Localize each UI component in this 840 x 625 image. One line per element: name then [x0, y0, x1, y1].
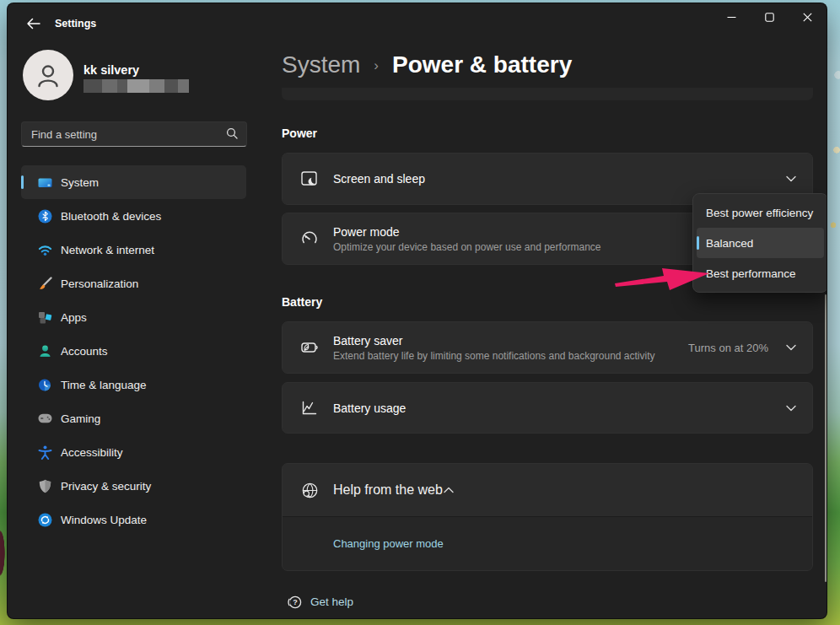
sidebar-item-label: Accounts: [61, 345, 108, 358]
search-box: [21, 121, 247, 147]
sidebar-item-label: Windows Update: [61, 514, 147, 526]
time-language-icon: [38, 378, 52, 392]
breadcrumb: System › Power & battery: [282, 51, 572, 78]
settings-window: Settings: [7, 3, 827, 619]
sidebar-nav: System Bluetooth & devices: [21, 165, 246, 536]
main-content: System › Power & battery Power Screen an…: [282, 42, 813, 618]
sidebar-item-apps[interactable]: Apps: [21, 300, 246, 334]
sidebar-item-personalization[interactable]: Personalization: [21, 267, 246, 300]
card-title: Screen and sleep: [333, 172, 785, 186]
card-title: Help from the web: [333, 482, 443, 498]
search-input[interactable]: [22, 128, 223, 141]
search-icon[interactable]: [223, 127, 246, 142]
window-controls: [713, 3, 827, 31]
card-subtitle: Extend battery life by limiting some not…: [333, 350, 688, 362]
sidebar-item-label: Network & internet: [61, 244, 154, 256]
screen-sleep-icon: [299, 170, 320, 187]
help-web-globe-icon: [299, 482, 320, 499]
accessibility-icon: [38, 445, 52, 460]
help-link-changing-power-mode[interactable]: Changing power mode: [333, 537, 444, 550]
sidebar-item-privacy-security[interactable]: Privacy & security: [21, 469, 246, 503]
back-button[interactable]: [23, 14, 45, 33]
maximize-icon: [765, 13, 774, 22]
sidebar-item-windows-update[interactable]: Windows Update: [21, 503, 246, 536]
card-title: Battery saver: [333, 334, 688, 348]
user-icon: [34, 61, 62, 89]
sidebar-item-label: Gaming: [61, 412, 100, 425]
privacy-icon: [38, 479, 52, 493]
sidebar-item-label: Time & language: [61, 379, 147, 391]
back-arrow-icon: [26, 18, 41, 30]
breadcrumb-separator: ›: [374, 57, 379, 74]
sidebar-item-time-language[interactable]: Time & language: [21, 368, 246, 401]
sidebar-item-label: Bluetooth & devices: [61, 210, 161, 223]
section-label-power: Power: [282, 127, 317, 140]
get-help-label: Get help: [310, 595, 353, 608]
get-help-icon: ?: [288, 595, 302, 609]
maximize-button[interactable]: [751, 3, 789, 31]
titlebar: Settings: [8, 3, 827, 42]
chevron-down-icon[interactable]: [785, 344, 797, 351]
minimize-icon: [727, 13, 736, 22]
battery-usage-icon: [299, 401, 320, 416]
gaming-icon: [38, 412, 52, 426]
sidebar: kk silvery: [8, 42, 274, 618]
windows-update-icon: [38, 513, 52, 527]
sidebar-item-label: Accessibility: [61, 446, 123, 459]
breadcrumb-system[interactable]: System: [282, 51, 360, 78]
get-help-link[interactable]: ? Get help: [288, 595, 353, 609]
close-icon: [803, 13, 812, 22]
section-label-battery: Battery: [282, 295, 322, 309]
network-icon: [38, 243, 52, 257]
system-icon: [38, 175, 52, 190]
help-from-web-header[interactable]: Help from the web: [283, 464, 812, 516]
card-battery-usage[interactable]: Battery usage: [282, 382, 813, 434]
avatar[interactable]: [23, 50, 73, 100]
sidebar-item-gaming[interactable]: Gaming: [21, 401, 246, 435]
sidebar-item-label: Apps: [61, 311, 87, 324]
sidebar-item-label: System: [61, 176, 99, 189]
redacted-email: [83, 79, 189, 93]
card-title: Battery usage: [333, 401, 785, 415]
sidebar-item-accounts[interactable]: Accounts: [21, 334, 246, 368]
bluetooth-icon: [38, 209, 52, 224]
page-title: Power & battery: [392, 51, 572, 78]
close-button[interactable]: [789, 3, 827, 31]
battery-saver-icon: [299, 340, 320, 355]
sidebar-item-label: Personalization: [61, 277, 138, 290]
accounts-icon: [38, 344, 52, 358]
chevron-up-icon[interactable]: [443, 487, 455, 493]
app-title: Settings: [55, 18, 96, 30]
personalization-icon: [38, 277, 52, 291]
dropdown-item-best-performance[interactable]: Best performance: [697, 258, 824, 288]
battery-saver-value: Turns on at 20%: [688, 342, 768, 354]
sidebar-item-bluetooth-devices[interactable]: Bluetooth & devices: [21, 199, 246, 233]
scrolled-card-partial: [282, 88, 813, 100]
sidebar-item-accessibility[interactable]: Accessibility: [21, 435, 246, 469]
card-battery-saver[interactable]: Battery saver Extend battery life by lim…: [282, 321, 813, 374]
chevron-down-icon[interactable]: [785, 405, 797, 412]
sidebar-item-network-internet[interactable]: Network & internet: [21, 233, 246, 267]
dropdown-item-balanced[interactable]: Balanced: [697, 228, 824, 258]
svg-text:?: ?: [293, 598, 298, 606]
dropdown-item-best-power-efficiency[interactable]: Best power efficiency: [697, 197, 824, 228]
scrollbar[interactable]: [825, 294, 827, 582]
chevron-down-icon[interactable]: [785, 175, 797, 182]
profile-name: kk silvery: [83, 63, 139, 77]
card-help-from-web: Help from the web Changing power mode: [282, 463, 813, 571]
power-mode-icon: [299, 230, 320, 247]
sidebar-item-label: Privacy & security: [61, 480, 151, 493]
help-from-web-body: Changing power mode: [283, 516, 812, 570]
minimize-button[interactable]: [713, 3, 751, 31]
apps-icon: [38, 310, 52, 325]
power-mode-dropdown: Best power efficiency Balanced Best perf…: [692, 193, 827, 293]
annotation-arrow: [615, 261, 709, 292]
sidebar-item-system[interactable]: System: [21, 165, 246, 199]
